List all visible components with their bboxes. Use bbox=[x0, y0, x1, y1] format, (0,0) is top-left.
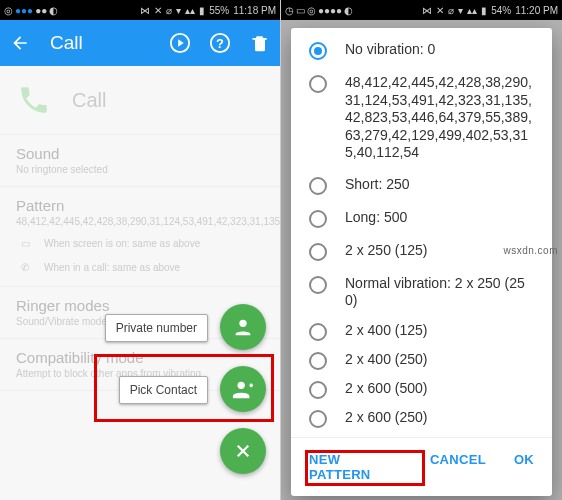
svg-point-4 bbox=[238, 382, 245, 389]
option-label[interactable]: 2 x 600 (250) bbox=[345, 409, 428, 427]
screen-icon: ▭ bbox=[16, 234, 34, 252]
option-label[interactable]: 48,412,42,445,42,428,38,290,31,124,53,49… bbox=[345, 74, 534, 162]
status-time-r: 11:20 PM bbox=[515, 5, 558, 16]
status-bar-r: ◷▭◎●●●●◐ ⋈✕⌀▾▴▴▮ 54% 11:20 PM bbox=[281, 0, 562, 20]
option-label[interactable]: 2 x 250 (125) bbox=[345, 242, 428, 260]
pattern-dialog: No vibration: 0 48,412,42,445,42,428,38,… bbox=[291, 28, 552, 496]
pattern-label: Pattern bbox=[16, 197, 264, 214]
status-battery-r: 54% bbox=[491, 5, 511, 16]
status-time: 11:18 PM bbox=[233, 5, 276, 16]
svg-text:?: ? bbox=[216, 36, 224, 51]
app-bar: Call ? bbox=[0, 20, 280, 66]
watermark: wsxdn.com bbox=[503, 245, 558, 256]
radio[interactable] bbox=[309, 352, 327, 370]
sound-label: Sound bbox=[16, 145, 264, 162]
ok-button[interactable]: OK bbox=[504, 446, 544, 488]
sound-section[interactable]: Sound No ringtone selected bbox=[0, 135, 280, 187]
option-label[interactable]: No vibration: 0 bbox=[345, 41, 435, 59]
compat-label: Compatibility mode bbox=[16, 349, 264, 366]
radio[interactable] bbox=[309, 323, 327, 341]
new-pattern-button[interactable]: NEW PATTERN bbox=[299, 446, 412, 488]
back-button[interactable] bbox=[8, 31, 32, 55]
screen-left: ◎●●●●●◐ ⋈✕⌀▾▴▴▮ 55% 11:18 PM Call ? bbox=[0, 0, 281, 500]
radio[interactable] bbox=[309, 410, 327, 428]
delete-icon[interactable] bbox=[248, 31, 272, 55]
option-label[interactable]: 2 x 600 (500) bbox=[345, 380, 428, 398]
pattern-sub: 48,412,42,445,42,428,38,290,31,124,53,49… bbox=[16, 216, 264, 228]
help-icon[interactable]: ? bbox=[208, 31, 232, 55]
tooltip-private: Private number bbox=[105, 314, 208, 342]
fab-close[interactable] bbox=[220, 428, 266, 474]
dialog-actions: NEW PATTERN CANCEL OK bbox=[291, 437, 552, 496]
pattern-incall: When in a call: same as above bbox=[44, 262, 180, 273]
radio[interactable] bbox=[309, 177, 327, 195]
option-label[interactable]: 2 x 400 (125) bbox=[345, 322, 428, 340]
radio[interactable] bbox=[309, 276, 327, 294]
status-bar: ◎●●●●●◐ ⋈✕⌀▾▴▴▮ 55% 11:18 PM bbox=[0, 0, 280, 20]
option-label[interactable]: Normal vibration: 2 x 250 (250) bbox=[345, 275, 534, 310]
radio[interactable] bbox=[309, 243, 327, 261]
cancel-button[interactable]: CANCEL bbox=[420, 446, 496, 488]
fab-private-number[interactable] bbox=[220, 304, 266, 350]
radio-selected[interactable] bbox=[309, 42, 327, 60]
option-label[interactable]: 2 x 400 (250) bbox=[345, 351, 428, 369]
status-battery: 55% bbox=[209, 5, 229, 16]
tooltip-pick: Pick Contact bbox=[119, 376, 208, 404]
pattern-options-list[interactable]: No vibration: 0 48,412,42,445,42,428,38,… bbox=[291, 28, 552, 437]
radio[interactable] bbox=[309, 381, 327, 399]
call-title: Call bbox=[72, 89, 106, 112]
svg-point-3 bbox=[239, 320, 246, 327]
pattern-screenon: When screen is on: same as above bbox=[44, 238, 200, 249]
option-label[interactable]: Short: 250 bbox=[345, 176, 410, 194]
option-label[interactable]: Long: 500 bbox=[345, 209, 407, 227]
call-header-section: Call bbox=[0, 66, 280, 135]
incall-icon: ✆ bbox=[16, 258, 34, 276]
app-title: Call bbox=[50, 32, 168, 54]
play-icon[interactable] bbox=[168, 31, 192, 55]
fab-pick-contact[interactable] bbox=[220, 366, 266, 412]
phone-icon bbox=[16, 82, 52, 118]
pattern-section[interactable]: Pattern 48,412,42,445,42,428,38,290,31,1… bbox=[0, 187, 280, 287]
radio[interactable] bbox=[309, 75, 327, 93]
radio[interactable] bbox=[309, 210, 327, 228]
sound-sub: No ringtone selected bbox=[16, 164, 264, 176]
